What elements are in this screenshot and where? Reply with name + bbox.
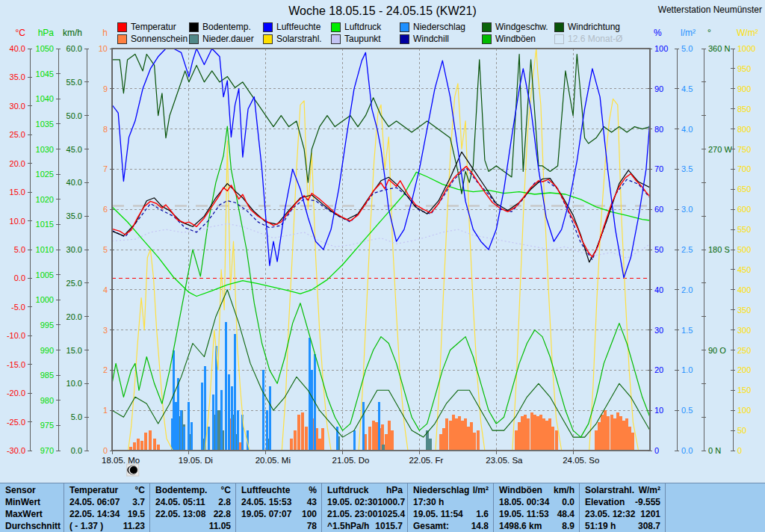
- table-column-empty: [665, 483, 765, 532]
- axis-tick-label: 350: [737, 306, 751, 315]
- axis-tick-label: 0.0: [14, 273, 25, 282]
- sensor-unit: W/m²: [639, 485, 660, 495]
- axis-tick-label: 700: [737, 164, 751, 173]
- axis-tick-label: -25.0: [7, 418, 25, 427]
- sensor-unit: l/m²: [473, 485, 489, 495]
- table-column-Temperatur: Temperatur°C24.05. 06:073.722.05. 14:341…: [64, 483, 149, 532]
- table-data-row: 24.05. 06:073.7: [64, 497, 149, 507]
- axis-tick-label: 4.0: [681, 125, 693, 134]
- axis-tick-label: 950: [737, 64, 751, 73]
- axis-tick-label: 3.5: [681, 164, 693, 173]
- axis-tick-label: 5.0: [14, 245, 25, 254]
- sensor-name: Temperatur: [69, 485, 118, 495]
- axis-tick-label: 80: [654, 125, 663, 134]
- sensor-unit: °C: [135, 485, 145, 495]
- axis-tick-label: 1045: [36, 69, 54, 78]
- series-windchill: [112, 168, 650, 260]
- cell-timestamp: 24.05. 05:11: [155, 497, 205, 507]
- axis-tick-label: 270 W: [708, 145, 732, 154]
- axis-unit-degC: °C: [16, 28, 26, 38]
- cell-value: 2.8: [218, 497, 231, 507]
- table-column-header: Niederschlagl/m²: [408, 485, 493, 495]
- axis-tick-label: 1: [103, 406, 108, 415]
- table-data-row: 23.05. 12:321201: [580, 509, 665, 519]
- axis-tick-label: 250: [737, 346, 751, 355]
- cell-timestamp: 21.05. 23:00: [327, 509, 377, 519]
- cell-timestamp: Elevation: [585, 497, 625, 507]
- table-column-header: Bodentemp.°C: [150, 485, 235, 495]
- axis-tick-label: 2.5: [681, 245, 693, 254]
- axis-tick-label: 5.0: [681, 44, 693, 53]
- axis-tick-label: 980: [40, 396, 54, 405]
- axis-tick-label: 1000: [36, 295, 54, 304]
- axis-unit-wm2: W/m²: [737, 28, 758, 38]
- axis-tick-label: 0.0: [71, 446, 82, 455]
- axis-tick-label: 10: [654, 406, 663, 415]
- cell-value: 100: [302, 509, 317, 519]
- table-row-label: MinWert: [0, 497, 64, 507]
- axis-tick-label: 0: [654, 446, 659, 455]
- axis-tick-label: 50: [737, 426, 746, 435]
- axis-tick-label: 0.0: [681, 446, 693, 455]
- axis-tick-label: 5: [103, 245, 108, 254]
- axis-tick-label: 15.0: [66, 346, 82, 355]
- cell-value: 19.5: [128, 509, 145, 519]
- table-data-row: 19.05. 07:07100: [236, 509, 321, 519]
- axis-tick-label: 1040: [36, 94, 54, 103]
- series-taupunkt: [112, 223, 650, 258]
- table-column-header: Temperatur°C: [64, 485, 149, 495]
- cell-value: 308.7: [638, 521, 660, 531]
- cell-timestamp: 22.05. 13:08: [155, 509, 205, 519]
- table-data-row: 11.05: [150, 521, 235, 531]
- axis-tick-label: 400: [737, 285, 751, 294]
- axis-tick-label: 450: [737, 265, 751, 274]
- table-data-row: 18.05. 00:340.0: [494, 497, 579, 507]
- cell-timestamp: 19.05. 11:53: [499, 509, 549, 519]
- series-luftfeuchte: [112, 49, 650, 278]
- axis-tick-label: -30.0: [7, 446, 25, 455]
- table-row-label: Sensor: [0, 485, 64, 495]
- axis-unit-hPa: hPa: [38, 28, 55, 38]
- axis-tick-label: 200: [737, 365, 751, 374]
- axis-tick-label: 5.0: [71, 412, 82, 421]
- cell-timestamp: Gesamt:: [413, 521, 449, 531]
- axis-tick-label: 990: [40, 346, 54, 355]
- table-data-row: 24.05. 05:112.8: [150, 497, 235, 507]
- cell-value: 14.8: [471, 521, 489, 531]
- cell-timestamp: ( - 1.37 ): [69, 521, 103, 531]
- sensor-name: Windböen: [499, 485, 542, 495]
- axis-tick-label: 0: [737, 446, 742, 455]
- weather-app-window: Woche 18.05.15 - 24.05.15 (KW21) Wetters…: [0, 0, 765, 532]
- table-data-row: Gesamt:14.8: [408, 521, 493, 531]
- axis-tick-label: 100: [654, 44, 668, 53]
- table-row-label-text: MaxWert: [5, 509, 43, 519]
- cell-timestamp: 22.05. 14:34: [69, 509, 120, 519]
- sensor-name: Solarstrahl.: [585, 485, 634, 495]
- table-row-label-column: SensorMinWertMaxWertDurchschnitt: [0, 483, 64, 532]
- axis-tick-label: 25.0: [66, 279, 82, 288]
- axis-tick-label: 40.0: [66, 178, 82, 187]
- cell-value: 3.7: [132, 497, 145, 507]
- bars-niederschlag: [172, 322, 380, 450]
- x-axis-day-label: 18.05. Mo: [102, 456, 140, 465]
- axis-tick-label: 90: [654, 84, 663, 93]
- axis-tick-label: 1050: [36, 44, 54, 53]
- table-data-row: 19.05. 11:541.6: [408, 509, 493, 519]
- axis-tick-label: 4: [103, 285, 108, 294]
- axis-tick-label: 360 N: [708, 44, 730, 53]
- cell-timestamp: 24.05. 06:07: [69, 497, 120, 507]
- axis-tick-label: 40: [654, 285, 663, 294]
- axis-unit-h: h: [102, 28, 108, 38]
- cell-timestamp: 19.05. 11:54: [413, 509, 463, 519]
- axis-tick-label: 750: [737, 145, 751, 154]
- axis-tick-label: 0 N: [708, 446, 721, 455]
- axis-tick-label: 20.0: [66, 312, 82, 321]
- table-row-label-text: Durchschnitt: [5, 521, 61, 531]
- axis-tick-label: 1.5: [681, 326, 693, 335]
- axis-tick-label: 650: [737, 185, 751, 194]
- axis-tick-label: 15.0: [10, 188, 25, 197]
- cell-value: 8.9: [562, 521, 574, 531]
- axis-tick-label: 1010: [36, 245, 54, 254]
- table-data-row: 17:30 h: [408, 497, 493, 507]
- axis-tick-label: 1025: [36, 170, 54, 179]
